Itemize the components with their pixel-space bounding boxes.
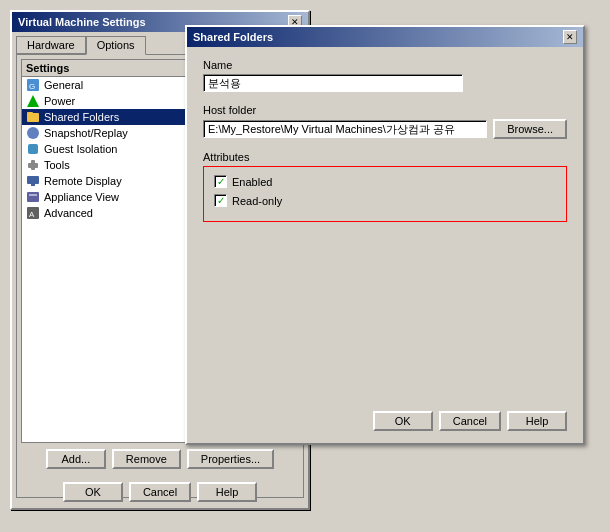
enabled-checkmark: ✓ <box>217 177 225 187</box>
appliance-icon <box>26 190 40 204</box>
readonly-checkbox[interactable]: ✓ <box>214 194 227 207</box>
enabled-row: ✓ Enabled <box>214 175 556 188</box>
enabled-checkbox[interactable]: ✓ <box>214 175 227 188</box>
properties-button[interactable]: Properties... <box>187 449 274 469</box>
add-button[interactable]: Add... <box>46 449 106 469</box>
svg-rect-10 <box>31 184 35 186</box>
dialog-ok-button[interactable]: OK <box>373 411 433 431</box>
readonly-checkmark: ✓ <box>217 196 225 206</box>
svg-rect-6 <box>28 144 38 154</box>
attributes-box: ✓ Enabled ✓ Read-only <box>203 166 567 222</box>
row-power-label: Power <box>44 95 75 107</box>
remote-icon <box>26 174 40 188</box>
main-ok-button[interactable]: OK <box>63 482 123 502</box>
row-advanced-label: Advanced <box>44 207 93 219</box>
svg-rect-12 <box>29 194 37 196</box>
shared-folders-dialog: Shared Folders ✕ Name Host folder Browse… <box>185 25 585 445</box>
row-remote-label: Remote Display <box>44 175 122 187</box>
svg-text:G: G <box>29 82 35 91</box>
general-icon: G <box>26 78 40 92</box>
readonly-label: Read-only <box>232 195 282 207</box>
svg-text:A: A <box>29 210 35 219</box>
tab-hardware[interactable]: Hardware <box>16 36 86 54</box>
host-folder-label: Host folder <box>203 104 567 116</box>
browse-button[interactable]: Browse... <box>493 119 567 139</box>
svg-rect-4 <box>27 112 33 115</box>
svg-rect-11 <box>27 192 39 202</box>
row-appliance-label: Appliance View <box>44 191 119 203</box>
name-input[interactable] <box>203 74 463 92</box>
row-guest-label: Guest Isolation <box>44 143 117 155</box>
main-cancel-button[interactable]: Cancel <box>129 482 191 502</box>
dialog-title: Shared Folders <box>193 31 273 43</box>
tools-icon <box>26 158 40 172</box>
name-field-group: Name <box>203 59 567 92</box>
dialog-body: Name Host folder Browse... Attributes ✓ … <box>187 47 583 246</box>
dialog-cancel-button[interactable]: Cancel <box>439 411 501 431</box>
dialog-close-button[interactable]: ✕ <box>563 30 577 44</box>
main-help-button[interactable]: Help <box>197 482 257 502</box>
row-shared-label: Shared Folders <box>44 111 119 123</box>
enabled-label: Enabled <box>232 176 272 188</box>
svg-marker-2 <box>27 95 39 107</box>
svg-rect-8 <box>31 160 35 170</box>
main-title: Virtual Machine Settings <box>18 16 146 28</box>
host-folder-group: Host folder Browse... <box>203 104 567 139</box>
remove-button[interactable]: Remove <box>112 449 181 469</box>
guest-icon <box>26 142 40 156</box>
svg-rect-9 <box>27 176 39 184</box>
snapshot-icon <box>26 126 40 140</box>
svg-point-5 <box>27 127 39 139</box>
attributes-group: Attributes ✓ Enabled ✓ Read-only <box>203 151 567 222</box>
tab-options[interactable]: Options <box>86 36 146 55</box>
row-general-label: General <box>44 79 83 91</box>
row-tools-label: Tools <box>44 159 70 171</box>
attributes-label: Attributes <box>203 151 567 163</box>
readonly-row: ✓ Read-only <box>214 194 556 207</box>
advanced-icon: A <box>26 206 40 220</box>
host-folder-row: Browse... <box>203 119 567 139</box>
host-folder-input[interactable] <box>203 120 487 138</box>
name-label: Name <box>203 59 567 71</box>
shared-folders-icon <box>26 110 40 124</box>
dialog-title-bar: Shared Folders ✕ <box>187 27 583 47</box>
row-snapshot-label: Snapshot/Replay <box>44 127 128 139</box>
power-icon <box>26 94 40 108</box>
dialog-help-button[interactable]: Help <box>507 411 567 431</box>
